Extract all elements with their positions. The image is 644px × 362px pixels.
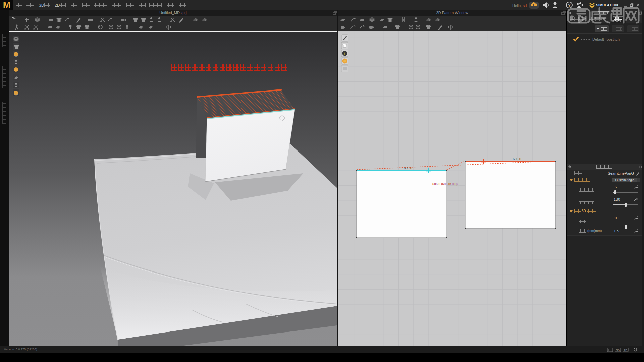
svg-text:606.0: 606.0: [513, 157, 521, 161]
svg-text:606.0: 606.0: [404, 166, 412, 170]
svg-text:606.0 (606.0/ 0.0): 606.0 (606.0/ 0.0): [432, 182, 458, 186]
svg-text:i: i: [344, 52, 345, 55]
svg-text:2D: 2D: [624, 349, 627, 352]
svg-text:3D: 3D: [616, 349, 620, 352]
